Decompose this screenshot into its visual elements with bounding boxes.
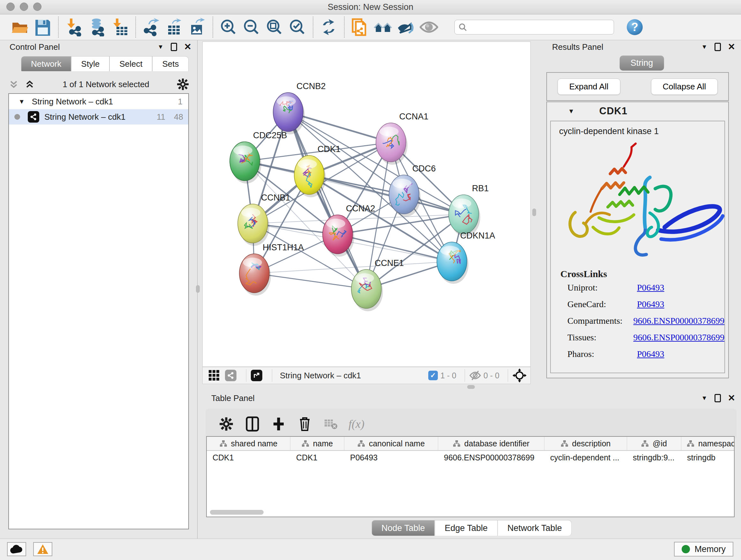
zoom-selected-button[interactable] [288, 18, 307, 37]
open-file-button[interactable] [10, 18, 29, 37]
save-session-button[interactable] [33, 18, 52, 37]
table-cell[interactable]: CDK1 [207, 451, 290, 464]
table-settings-button[interactable] [217, 415, 235, 433]
column-header-description[interactable]: description [544, 437, 627, 450]
crosslink-link[interactable]: P06493 [637, 299, 664, 309]
edge[interactable] [254, 273, 366, 289]
column-header-database-identifier[interactable]: database identifier [438, 437, 544, 450]
panel-menu-icon[interactable]: ▼ [701, 395, 708, 401]
network-collection-row[interactable]: ▼ String Network – cdk1 1 [9, 94, 188, 109]
disclosure-triangle-icon[interactable]: ▼ [568, 108, 575, 115]
panel-float-icon[interactable] [715, 394, 721, 402]
panel-menu-icon[interactable]: ▼ [158, 44, 164, 51]
hide-selected-button[interactable] [397, 18, 415, 37]
vertical-splitter-handle[interactable] [196, 285, 200, 293]
crosslink-link[interactable]: P06493 [637, 283, 664, 293]
export-image-button[interactable] [188, 18, 206, 37]
create-column-button[interactable] [269, 415, 288, 433]
panel-menu-icon[interactable]: ▼ [701, 44, 708, 51]
tab-select[interactable]: Select [110, 56, 152, 71]
node-cdc6[interactable]: CDC6 [389, 164, 436, 217]
tab-string[interactable]: String [620, 56, 664, 71]
table-cell[interactable]: stringdb:9... [627, 451, 681, 464]
node-hist1h1a[interactable]: HIST1H1A [239, 243, 304, 296]
collapse-all-icon[interactable] [8, 79, 19, 90]
crosslink-link[interactable]: 9606.ENSP00000378699 [633, 332, 724, 343]
show-all-button[interactable] [420, 18, 438, 37]
search-input[interactable] [470, 22, 610, 32]
close-window-button[interactable] [6, 3, 15, 11]
horizontal-scrollbar[interactable] [210, 510, 264, 515]
zoom-fit-button[interactable] [265, 18, 284, 37]
column-header-shared-name[interactable]: shared name [207, 437, 290, 450]
edge[interactable] [309, 175, 464, 214]
table-cell[interactable]: CDK1 [290, 451, 344, 464]
clone-network-button[interactable] [351, 18, 369, 37]
network-canvas[interactable]: CCNB2CCNA1CDC25BCDK1CDC6RB1CCNB1CCNA2CDK… [202, 42, 531, 367]
vertical-splitter-handle[interactable] [532, 208, 536, 216]
node-ccne1[interactable]: CCNE1 [351, 258, 404, 311]
first-neighbors-button[interactable] [374, 18, 392, 37]
panel-float-icon[interactable] [171, 43, 177, 51]
grid-view-icon[interactable] [208, 369, 220, 382]
expand-all-icon[interactable] [24, 79, 35, 90]
column-header--id[interactable]: @id [627, 437, 681, 450]
tab-style[interactable]: Style [71, 56, 110, 71]
panel-close-icon[interactable]: ✕ [728, 394, 735, 402]
crosslink-link[interactable]: 9606.ENSP00000378699 [633, 316, 724, 326]
zoom-in-button[interactable] [219, 18, 238, 37]
zoom-out-button[interactable] [242, 18, 261, 37]
network-graph[interactable]: CCNB2CCNA1CDC25BCDK1CDC6RB1CCNB1CCNA2CDK… [203, 42, 530, 367]
refresh-button[interactable] [320, 18, 338, 37]
delete-table-button[interactable] [322, 415, 340, 433]
crosslink-link[interactable]: P06493 [637, 349, 664, 359]
node-ccna1[interactable]: CCNA1 [376, 112, 428, 165]
table-row[interactable]: CDK1CDK1P064939606.ENSP00000378699cyclin… [207, 451, 734, 464]
network-row[interactable]: String Network – cdk1 11 48 [9, 109, 188, 125]
table-cell[interactable]: P06493 [344, 451, 438, 464]
import-network-file-button[interactable] [65, 18, 83, 37]
show-column-button[interactable] [243, 415, 262, 433]
help-button[interactable]: ? [625, 18, 644, 37]
panel-close-icon[interactable]: ✕ [184, 43, 192, 51]
column-header-canonical-name[interactable]: canonical name [344, 437, 438, 450]
import-table-file-button[interactable] [111, 18, 129, 37]
traffic-lights[interactable] [6, 3, 42, 11]
minimize-window-button[interactable] [20, 3, 28, 11]
panel-float-icon[interactable] [715, 43, 721, 51]
gear-icon[interactable] [177, 78, 189, 90]
delete-column-button[interactable] [295, 415, 314, 433]
export-table-button[interactable] [165, 18, 184, 37]
tab-node-table[interactable]: Node Table [372, 520, 434, 536]
tab-network-table[interactable]: Network Table [497, 520, 572, 536]
column-header-namespace[interactable]: namespace [681, 437, 735, 450]
import-network-database-button[interactable] [88, 18, 106, 37]
node-table[interactable]: shared namenamecanonical namedatabase id… [206, 436, 735, 517]
collapse-all-button[interactable]: Collapse All [651, 78, 718, 95]
memory-button[interactable]: Memory [674, 542, 733, 557]
tab-network[interactable]: Network [21, 56, 71, 71]
tab-edge-table[interactable]: Edge Table [434, 520, 497, 536]
table-cell[interactable]: 9606.ENSP00000378699 [438, 451, 544, 464]
disclosure-triangle-icon[interactable]: ▼ [18, 98, 25, 105]
panel-close-icon[interactable]: ✕ [728, 43, 735, 51]
table-cell[interactable]: stringdb [681, 451, 735, 464]
export-network-button[interactable] [142, 18, 160, 37]
open-in-window-icon[interactable] [251, 370, 262, 381]
edge[interactable] [338, 234, 452, 261]
tab-sets[interactable]: Sets [152, 56, 189, 71]
network-overview-icon[interactable] [225, 370, 237, 381]
function-builder-button[interactable]: f(x) [348, 417, 364, 431]
selected-count-checkbox-icon[interactable]: ✓ [428, 371, 438, 380]
warnings-button[interactable] [33, 542, 52, 556]
node-rb1[interactable]: RB1 [449, 184, 489, 237]
zoom-window-button[interactable] [33, 3, 42, 11]
node-ccnb1[interactable]: CCNB1 [238, 193, 290, 246]
birdseye-view-icon[interactable] [513, 368, 527, 382]
horizontal-splitter-handle[interactable] [467, 385, 475, 389]
node-cdkn1a[interactable]: CDKN1A [437, 231, 495, 284]
edge[interactable] [288, 112, 366, 289]
table-cell[interactable]: cyclin-dependent ... [544, 451, 627, 464]
node-ccnb2[interactable]: CCNB2 [273, 81, 326, 134]
expand-all-button[interactable]: Expand All [557, 78, 620, 95]
